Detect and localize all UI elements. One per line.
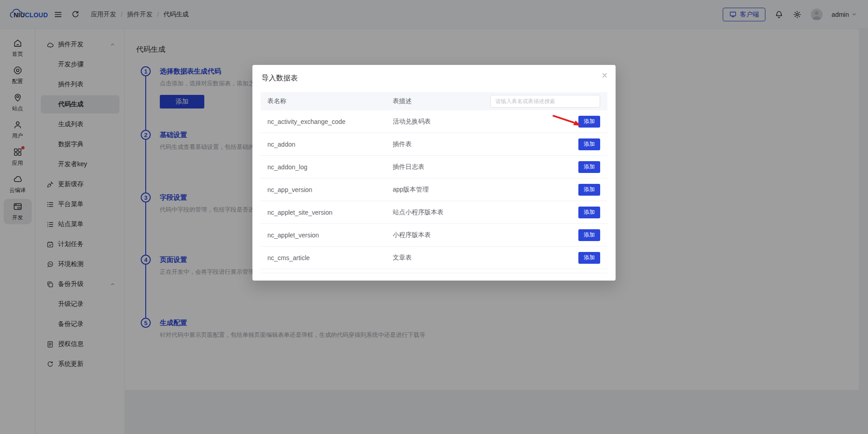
add-button[interactable]: 添加 (578, 229, 600, 241)
table-row: nc_app_version app版本管理 添加 (261, 178, 607, 201)
import-table-modal: 导入数据表 表名称 表描述 nc_activity_exchange_code … (252, 65, 616, 281)
table-description: 文章表 (386, 254, 490, 262)
table-header-row: 表名称 表描述 (261, 92, 607, 110)
table-description: 插件表 (386, 140, 490, 148)
modal-header: 导入数据表 (252, 65, 616, 92)
add-button[interactable]: 添加 (578, 252, 600, 264)
column-header-table-name: 表名称 (261, 97, 386, 105)
table-description: app版本管理 (386, 186, 490, 194)
tables-list: 表名称 表描述 nc_activity_exchange_code 活动兑换码表… (261, 92, 607, 273)
clipped-table-row (261, 269, 607, 273)
table-row: nc_addon_log 插件日志表 添加 (261, 156, 607, 178)
app-screen: NIUCLOUD 应用开发 / 插件开发 / 代码生成 客户端 (0, 0, 868, 434)
add-button[interactable]: 添加 (578, 207, 600, 218)
table-row: nc_applet_version 小程序版本表 添加 (261, 224, 607, 247)
search-cell (490, 95, 607, 108)
modal-title: 导入数据表 (261, 73, 607, 83)
table-description: 站点小程序版本表 (386, 208, 490, 217)
table-name: nc_applet_version (261, 232, 386, 239)
table-name: nc_app_version (261, 186, 386, 193)
table-description: 活动兑换码表 (386, 118, 490, 126)
add-button[interactable]: 添加 (578, 184, 600, 196)
column-header-table-desc: 表描述 (386, 97, 490, 105)
table-row: nc_activity_exchange_code 活动兑换码表 添加 (261, 110, 607, 133)
table-description: 小程序版本表 (386, 231, 490, 239)
close-icon[interactable] (601, 72, 608, 79)
table-row: nc_applet_site_version 站点小程序版本表 添加 (261, 201, 607, 224)
add-button[interactable]: 添加 (578, 116, 600, 128)
table-row: nc_cms_article 文章表 添加 (261, 247, 607, 269)
search-input[interactable] (490, 95, 600, 108)
table-description: 插件日志表 (386, 163, 490, 171)
add-button[interactable]: 添加 (578, 161, 600, 173)
table-name: nc_addon (261, 141, 386, 148)
table-name: nc_addon_log (261, 163, 386, 171)
add-button[interactable]: 添加 (578, 138, 600, 150)
table-name: nc_applet_site_version (261, 209, 386, 216)
table-name: nc_activity_exchange_code (261, 118, 386, 125)
table-name: nc_cms_article (261, 254, 386, 261)
table-row: nc_addon 插件表 添加 (261, 133, 607, 156)
